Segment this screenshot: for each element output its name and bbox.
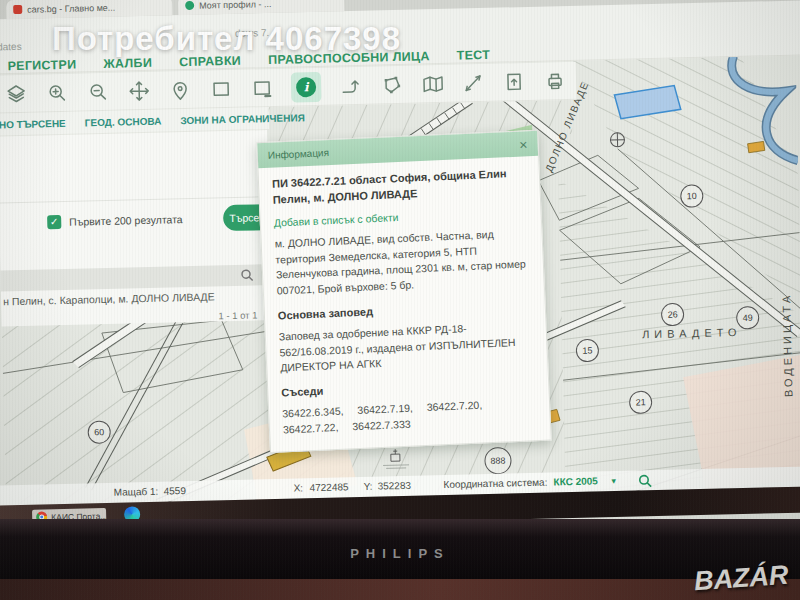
close-icon[interactable]: × xyxy=(519,137,528,151)
page-fragment-left: dates xyxy=(0,41,22,53)
screen-content: 64 10 26 49 15 60 59 888 21 ДОЛНО ЛИВАДЕ… xyxy=(0,0,800,519)
map-circle: 60 xyxy=(88,421,111,444)
order-text: Заповед за одобрение на КККР РД-18-562/1… xyxy=(279,318,535,377)
neighbors-heading: Съседи xyxy=(281,375,535,398)
map-book-icon[interactable] xyxy=(420,71,445,96)
circle-label: 888 xyxy=(490,456,505,466)
taskbar-app-button[interactable]: КАИС Порта... xyxy=(32,508,106,519)
map-circle: 888 xyxy=(485,447,512,474)
corner-arrow-icon[interactable] xyxy=(338,73,363,98)
search-panel: Първите 200 резултата Търсене н Пелин, с… xyxy=(0,129,272,326)
monitor-brand-label: PHILIPS xyxy=(350,546,450,561)
circle-label: 26 xyxy=(667,309,677,319)
order-heading: Основна заповед xyxy=(278,298,532,321)
print-icon[interactable] xyxy=(543,69,568,94)
crs-label: Координатна система: xyxy=(443,473,547,495)
info-popup: Информация × ПИ 36422.7.21 област София,… xyxy=(256,130,552,453)
add-to-list-link[interactable]: Добави в списък с обекти xyxy=(274,205,528,228)
rect-extent-icon[interactable] xyxy=(250,75,275,100)
zoom-in-icon[interactable] xyxy=(45,80,70,105)
circle-label: 60 xyxy=(94,427,104,437)
edge-icon[interactable] xyxy=(124,506,140,519)
browser-tab-label: Моят профил - ... xyxy=(199,0,271,10)
popup-title: Информация xyxy=(268,147,330,161)
circle-label: 21 xyxy=(636,397,646,407)
y-label: Y: xyxy=(363,477,372,497)
tab-geod-osnova[interactable]: ГЕОД. ОСНОВА xyxy=(85,115,162,128)
area-label-livadeto: ЛИВАДЕТО xyxy=(642,326,742,340)
export-icon[interactable] xyxy=(502,69,527,94)
circle-label: 10 xyxy=(687,191,697,201)
info-glyph: i xyxy=(296,76,316,96)
x-value: 4722485 xyxy=(309,477,348,498)
checkbox-checked-icon[interactable] xyxy=(47,215,61,229)
monitor-screen: 64 10 26 49 15 60 59 888 21 ДОЛНО ЛИВАДЕ… xyxy=(0,0,800,519)
taskbar-app-label: КАИС Порта... xyxy=(51,510,106,519)
circle-label: 15 xyxy=(582,345,592,355)
scale-label: Мащаб 1: xyxy=(113,482,158,503)
zoom-out-icon[interactable] xyxy=(86,79,111,104)
layers-icon[interactable] xyxy=(4,81,29,106)
scale-value: 4559 xyxy=(163,481,186,502)
photo-scene: 64 10 26 49 15 60 59 888 21 ДОЛНО ЛИВАДЕ… xyxy=(0,0,800,600)
pan-icon[interactable] xyxy=(127,78,152,103)
map-circle: 21 xyxy=(629,391,652,414)
pagination-text: 1 - 1 от 1 xyxy=(218,309,257,321)
circle-label: 49 xyxy=(743,313,753,323)
crs-value[interactable]: ККС 2005 xyxy=(553,471,598,492)
search-icon xyxy=(239,267,254,282)
user-watermark: Потребител 4067398 xyxy=(52,20,401,58)
area-label-vodenicata: ВОДЕНИЦАТА xyxy=(780,293,794,397)
menu-item-test[interactable]: ТЕСТ xyxy=(457,48,491,63)
rect-select-icon[interactable] xyxy=(209,76,234,101)
y-value: 352283 xyxy=(377,476,411,497)
desk-surface xyxy=(0,579,800,600)
results-filter-bar[interactable] xyxy=(0,264,270,291)
menu-item-registri[interactable]: РЕГИСТРИ xyxy=(7,58,76,74)
chrome-icon xyxy=(36,511,47,519)
measure-icon[interactable] xyxy=(461,70,486,95)
profile-favicon xyxy=(185,1,194,10)
map-circle: 26 xyxy=(661,303,684,326)
parcel-title: ПИ 36422.7.21 област София, община Елин … xyxy=(272,165,527,208)
search-result-row[interactable]: н Пелин, с. Караполци, м. ДОЛНО ЛИВАДЕ xyxy=(3,290,215,307)
browser-tab-label: cars.bg - Главно ме... xyxy=(27,2,115,14)
info-icon[interactable]: i xyxy=(291,71,322,102)
x-label: X: xyxy=(293,478,303,498)
cars-favicon xyxy=(13,5,22,14)
menu-item-zhalbi[interactable]: ЖАЛБИ xyxy=(103,56,152,71)
bazar-logo: BAZÁR xyxy=(693,560,789,598)
map-circle: 10 xyxy=(681,185,704,208)
map-circle: 15 xyxy=(576,339,599,362)
parcel-details: м. ДОЛНО ЛИВАДЕ, вид собств. Частна, вид… xyxy=(274,225,531,299)
info-popup-body: ПИ 36422.7.21 област София, община Елин … xyxy=(258,156,550,452)
polygon-select-icon[interactable] xyxy=(379,72,404,97)
neighbors-list: 36422.6.345, 36422.7.19, 36422.7.20, 364… xyxy=(282,395,537,438)
marker-icon[interactable] xyxy=(168,77,193,102)
results-checkbox-row[interactable]: Първите 200 резултата xyxy=(47,212,183,229)
monitor-bezel: PHILIPS xyxy=(0,519,800,579)
checkbox-label: Първите 200 резултата xyxy=(69,213,183,228)
survey-point-icon xyxy=(610,133,624,147)
chevron-down-icon[interactable]: ▾ xyxy=(611,471,616,491)
tab-combined-search[interactable]: НО ТЪРСЕНЕ xyxy=(0,117,66,130)
